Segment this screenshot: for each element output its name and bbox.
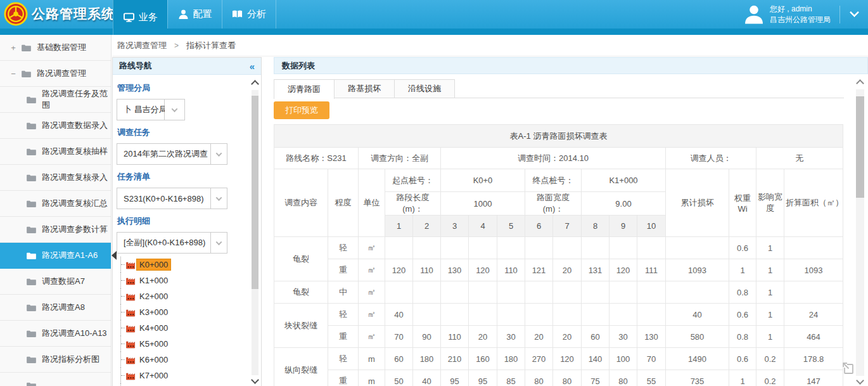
section-value-cell: [441, 304, 469, 326]
section-value-cell: [582, 304, 610, 326]
sidebar-item-路况调查A8[interactable]: 路况调查A8: [0, 295, 111, 321]
nav-tab-analysis[interactable]: 分析: [222, 0, 276, 29]
cumulative-cell: [666, 237, 729, 259]
tab-roadside-facilities[interactable]: 沿线设施: [394, 79, 455, 98]
tree-expander-icon[interactable]: −: [9, 69, 18, 79]
nav-tab-business[interactable]: 业务: [113, 0, 167, 35]
route-nav-body: 管理分局 卜 昌吉分局 调查任务 2014年第二次路况调查 任务清单 S231(…: [113, 75, 261, 386]
scrollbar-thumb[interactable]: [252, 96, 258, 289]
nav-tab-config[interactable]: 配置: [167, 0, 222, 29]
select-dropdown-button[interactable]: [211, 143, 227, 165]
unit-cell: m: [359, 348, 385, 370]
sidebar-item-基础数据管理[interactable]: +基础数据管理: [0, 35, 111, 61]
breadcrumb-item[interactable]: 指标计算查看: [186, 40, 236, 51]
select-dropdown-button[interactable]: [165, 99, 185, 120]
degree-cell: 重: [328, 326, 359, 348]
tree-item-K3+000[interactable]: K3+000: [117, 304, 257, 320]
sidebar-item-label: 路况调查复核汇总: [42, 198, 108, 209]
tree-item-K2+000[interactable]: K2+000: [117, 288, 257, 304]
scrollbar-thumb[interactable]: [856, 96, 864, 198]
section-value-cell: 85: [497, 370, 525, 386]
main-scrollbar[interactable]: [855, 79, 866, 386]
scroll-up-icon[interactable]: [856, 79, 864, 87]
section-label-tasklist: 任务清单: [117, 171, 257, 183]
tab-asphalt-pavement[interactable]: 沥青路面: [274, 79, 335, 99]
folder-icon: [27, 278, 36, 285]
area-cell: [784, 237, 843, 259]
sidebar-item-路况调查复核抽样[interactable]: 路况调查复核抽样: [0, 139, 111, 165]
section-value-cell: 100: [610, 348, 637, 370]
section-value-cell: [497, 281, 525, 304]
chevron-down-icon: [849, 8, 859, 18]
sidebar: +基础数据管理−路况调查管理路况调查任务及范围路况调查数据录入路况调查复核抽样路…: [0, 35, 112, 386]
sidebar-item-路况调查参数计算[interactable]: 路况调查参数计算: [0, 217, 111, 243]
survey-time-cell: 调查时间：2014.10: [441, 148, 666, 169]
sidebar-item-路况调查A1-A6[interactable]: 路况调查A1-A6: [0, 243, 111, 269]
folder-icon: [27, 174, 36, 181]
scroll-up-icon[interactable]: [251, 80, 259, 88]
area-cell: [784, 281, 843, 304]
select-dropdown-button[interactable]: [211, 188, 227, 209]
tree-item-K1+000[interactable]: K1+000: [117, 273, 257, 288]
select-dropdown-button[interactable]: [211, 232, 227, 254]
weight-cell: 0.6: [729, 348, 756, 370]
sidebar-item-路况调查数据录入[interactable]: 路况调查数据录入: [0, 113, 111, 139]
weight-cell: 0.6: [729, 237, 756, 259]
task-select[interactable]: 2014年第二次路况调查: [117, 143, 257, 165]
scroll-down-icon[interactable]: [856, 376, 864, 385]
damage-type-cell: 龟裂: [274, 281, 328, 304]
section-value-cell: 30: [610, 326, 637, 348]
section-value-cell: [525, 304, 553, 326]
tree-item-label: K3+000: [137, 307, 170, 318]
section-value-cell: [385, 237, 413, 259]
tasklist-select[interactable]: S231(K0+0-K16+898): [117, 188, 257, 209]
tree-item-label: K7+000: [137, 370, 170, 381]
section-value-cell: 270: [525, 348, 553, 370]
tree-item-K0+000[interactable]: K0+000: [117, 257, 257, 273]
cumulative-cell: 735: [666, 370, 729, 386]
collapse-panel-icon[interactable]: «: [250, 61, 255, 72]
damage-type-cell: 纵向裂缝: [274, 348, 328, 386]
surveyor-label-cell: 调查人员：: [666, 148, 756, 169]
scroll-down-icon[interactable]: [251, 376, 259, 384]
section-value-cell: 90: [413, 326, 441, 348]
table-header-row: 调查内容 程度 单位 起点桩号： K0+0 终点桩号： K1+000 累计损坏 …: [274, 169, 843, 192]
sidebar-item-路况调查任务及范围[interactable]: 路况调查任务及范围: [0, 87, 111, 113]
expand-icon[interactable]: [841, 361, 855, 375]
sidebar-item-路况调查复核汇总[interactable]: 路况调查复核汇总: [0, 191, 111, 217]
influence-cell: 1: [756, 326, 784, 348]
degree-cell: 轻: [328, 304, 359, 326]
print-preview-button[interactable]: 打印预览: [274, 101, 329, 119]
tree-item-K6+000[interactable]: K6+000: [117, 352, 257, 368]
sidebar-item-路况指标分析图[interactable]: 路况指标分析图: [0, 347, 111, 373]
section-value-cell: 131: [582, 259, 610, 281]
user-menu-button[interactable]: [840, 0, 868, 29]
tab-subgrade-damage[interactable]: 路基损坏: [334, 79, 395, 98]
detail-select[interactable]: [全副](K0+0-K16+898): [117, 232, 257, 254]
breadcrumb-item[interactable]: 路况调查管理: [117, 40, 167, 51]
tree-item-K5+000[interactable]: K5+000: [117, 336, 257, 352]
user-greeting: 您好 , admin: [770, 4, 831, 15]
sidebar-item-路况调查复核录入[interactable]: 路况调查复核录入: [0, 165, 111, 191]
tree-item-K8+000[interactable]: K8+000: [117, 383, 257, 386]
branch-select[interactable]: 卜 昌吉分局: [117, 99, 257, 120]
folder-icon: [27, 356, 36, 363]
chevron-down-icon: [216, 150, 222, 157]
section-label-detail: 执行明细: [117, 216, 257, 227]
section-value-cell: [497, 304, 525, 326]
section-value-cell: [413, 304, 441, 326]
tree-connector: [118, 368, 125, 383]
sidebar-item-路况调查A10-A13[interactable]: 路况调查A10-A13: [0, 321, 111, 347]
sidebar-item-调查数据A7[interactable]: 调查数据A7: [0, 269, 111, 295]
tree-expander-icon[interactable]: +: [9, 43, 18, 53]
tree-item-K7+000[interactable]: K7+000: [117, 368, 257, 383]
folder-icon: [27, 148, 36, 155]
sidebar-item[interactable]: [0, 373, 111, 386]
section-number-cell: 2: [413, 216, 441, 237]
factory-icon: [125, 371, 136, 380]
sidebar-item-路况调查管理[interactable]: −路况调查管理: [0, 61, 111, 87]
active-item-arrow-icon: [112, 251, 117, 260]
nav-panel-scrollbar[interactable]: [250, 80, 260, 385]
tree-item-K4+000[interactable]: K4+000: [117, 320, 257, 336]
influence-cell: 1: [756, 237, 784, 259]
